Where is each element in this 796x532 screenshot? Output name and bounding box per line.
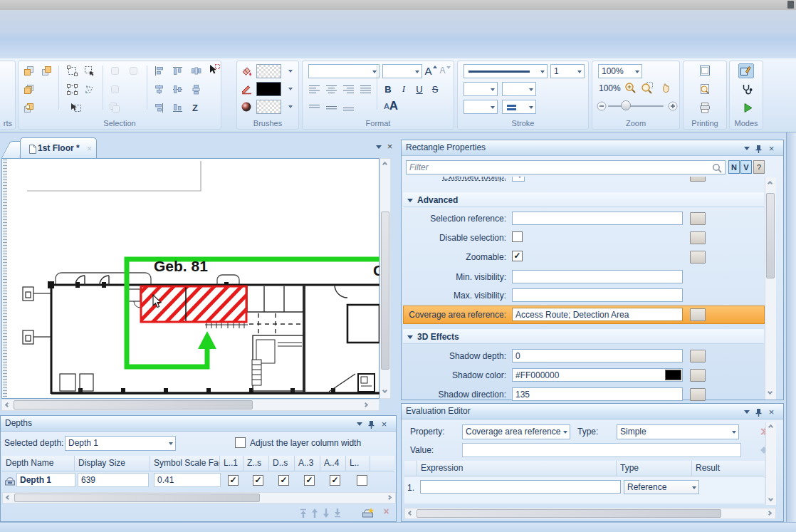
grow-font-icon[interactable]: A (424, 64, 438, 77)
align-top-icon[interactable] (171, 64, 184, 77)
zoom-selection-icon[interactable] (640, 81, 653, 94)
column-header[interactable]: Depth Name (2, 456, 75, 471)
align-text-middle-icon[interactable] (325, 101, 338, 114)
type-selector-combo[interactable]: Simple (617, 424, 739, 439)
column-header[interactable]: L..1 (220, 456, 243, 471)
align-text-left-icon[interactable] (308, 83, 321, 95)
deselect-icon[interactable] (70, 101, 83, 114)
print-preview-icon[interactable] (698, 83, 711, 95)
column-header[interactable]: Expression (417, 461, 617, 476)
property-edit-button[interactable] (690, 308, 706, 321)
document-close-icon[interactable]: × (384, 141, 395, 152)
pointer-mode-icon[interactable] (208, 63, 221, 75)
help-button[interactable]: ? (753, 160, 765, 174)
scroll-up-icon[interactable] (768, 182, 773, 187)
panel-menu-icon[interactable] (354, 419, 365, 429)
close-icon[interactable]: × (379, 419, 389, 429)
shadow-color-input[interactable] (512, 368, 683, 382)
column-header[interactable]: Result (692, 461, 765, 476)
select-polygon-icon[interactable] (83, 83, 95, 95)
bring-to-front-icon[interactable] (22, 64, 35, 77)
coverage-area-reference-input[interactable] (512, 308, 683, 321)
min-visibility-input[interactable] (512, 270, 683, 283)
stroke-width-combo[interactable]: 1 (550, 64, 585, 78)
layer-checkbox[interactable] (357, 475, 367, 486)
stroke-style-combo[interactable] (464, 64, 548, 78)
filter-name-button[interactable]: N (728, 160, 740, 174)
shadow-brush-icon[interactable] (240, 100, 253, 113)
add-depth-icon[interactable] (361, 506, 374, 519)
italic-button[interactable]: I (397, 83, 411, 95)
regroup-icon[interactable] (108, 83, 121, 95)
section-advanced[interactable]: Advanced (403, 192, 764, 207)
design-mode-button[interactable] (738, 63, 754, 78)
depth-table-row[interactable]: Depth 1 639 0.41 ✓ ✓ ✓ ✓ ✓ (2, 473, 396, 489)
scroll-right-icon[interactable] (768, 511, 773, 516)
column-header[interactable]: A..4 (320, 456, 346, 471)
font-size-combo[interactable] (382, 64, 422, 78)
select-move-icon[interactable] (83, 64, 95, 77)
display-size-cell[interactable]: 639 (78, 473, 149, 487)
distribute-vertical-icon[interactable] (189, 83, 202, 95)
drawing-viewport[interactable]: Geb. 81 G (1, 158, 379, 399)
zoom-reset-button[interactable]: 100% (599, 83, 621, 93)
pin-icon[interactable] (753, 143, 764, 154)
align-text-center-icon[interactable] (325, 83, 338, 95)
filter-input[interactable] (406, 160, 726, 174)
panel-menu-icon[interactable] (741, 143, 752, 154)
properties-vscrollbar[interactable] (765, 177, 776, 400)
selected-depth-combo[interactable]: Depth 1 (65, 436, 176, 451)
select-rectangle-icon[interactable] (66, 64, 78, 77)
depths-hscrollbar-thumb[interactable] (14, 494, 260, 502)
evaluation-vscrollbar[interactable] (765, 422, 776, 505)
column-header[interactable]: L.. (346, 456, 370, 471)
scroll-up-icon[interactable] (769, 425, 774, 430)
move-bottom-icon[interactable] (331, 506, 344, 519)
shadow-color-swatch[interactable] (665, 370, 681, 380)
section-3d-effects[interactable]: 3D Effects (403, 329, 764, 344)
depths-hscrollbar[interactable] (2, 492, 396, 504)
scroll-down-icon[interactable] (769, 497, 774, 502)
search-icon[interactable] (711, 162, 723, 174)
strikethrough-button[interactable]: S (428, 83, 442, 95)
run-mode-icon[interactable] (742, 101, 755, 114)
expression-input[interactable] (420, 480, 621, 494)
expression-type-combo[interactable]: Reference (624, 480, 699, 494)
column-header[interactable]: Display Size (75, 456, 150, 471)
property-edit-button[interactable] (690, 388, 706, 401)
value-input[interactable] (462, 443, 741, 457)
merge-icon[interactable] (108, 101, 121, 114)
layer-checkbox[interactable]: ✓ (278, 475, 289, 486)
stroke-compound-combo[interactable] (502, 100, 536, 114)
close-icon[interactable]: × (766, 407, 777, 417)
send-to-back-icon[interactable] (40, 64, 53, 77)
evaluation-hscrollbar[interactable] (404, 508, 776, 519)
panel-menu-icon[interactable] (741, 407, 752, 417)
shadow-brush-dropdown-icon[interactable] (284, 101, 297, 114)
shadow-brush-swatch[interactable] (256, 100, 281, 114)
property-edit-button[interactable] (690, 212, 706, 225)
align-right-icon[interactable] (152, 101, 165, 114)
pan-hand-icon[interactable] (659, 81, 672, 94)
fill-brush-icon[interactable] (240, 65, 253, 78)
line-brush-dropdown-icon[interactable] (284, 83, 297, 96)
column-header[interactable]: Z..s (243, 456, 269, 471)
column-header[interactable]: D..s (269, 456, 295, 471)
layer-checkbox[interactable]: ✓ (253, 475, 263, 486)
evaluation-hscrollbar-thumb[interactable] (417, 509, 721, 518)
properties-vscrollbar-thumb[interactable] (766, 193, 775, 278)
canvas-vscrollbar[interactable] (379, 158, 391, 399)
tab-1st-floor[interactable]: 1st Floor * × (20, 137, 97, 158)
adjust-layer-width-checkbox[interactable] (235, 437, 246, 448)
group-icon[interactable] (108, 64, 121, 77)
font-dialog-icon[interactable]: AA (381, 100, 401, 113)
scroll-down-icon[interactable] (768, 390, 773, 395)
align-center-vertical-icon[interactable] (152, 83, 165, 95)
canvas-vscrollbar-thumb[interactable] (381, 212, 389, 370)
select-handles-icon[interactable] (66, 83, 78, 95)
bring-forward-icon[interactable] (22, 83, 35, 95)
align-text-top-icon[interactable] (308, 101, 321, 114)
canvas-hscrollbar-thumb[interactable] (14, 400, 253, 410)
diagnostics-mode-icon[interactable] (740, 83, 753, 95)
underline-button[interactable]: U (412, 83, 426, 95)
